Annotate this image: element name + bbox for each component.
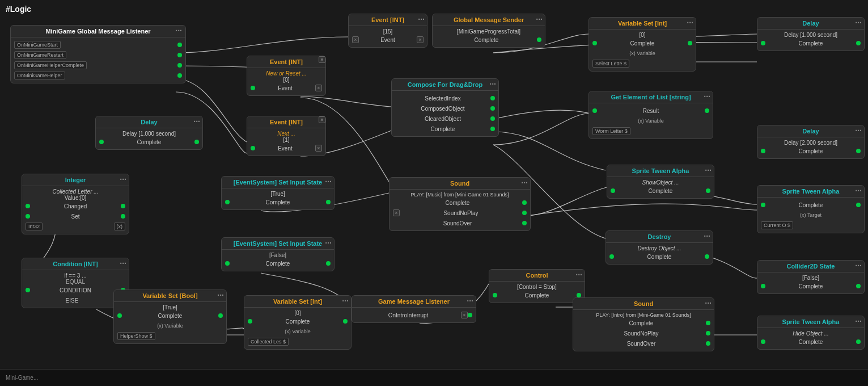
node-menu[interactable]: ··· bbox=[489, 80, 496, 88]
node-menu[interactable]: ··· bbox=[575, 271, 582, 279]
out-port bbox=[856, 339, 861, 344]
in-port bbox=[117, 313, 122, 318]
node-body: Collected Letter ... Value:[0] Changed S… bbox=[22, 186, 129, 234]
x-button[interactable]: × bbox=[315, 145, 322, 152]
var-box: Worm Letter $ bbox=[592, 127, 630, 135]
node-menu[interactable]: ··· bbox=[536, 15, 543, 23]
node-header: Get Element of List [string] ··· bbox=[589, 91, 713, 103]
event-int-top-node: Event [INT] ··· [15] × Event × bbox=[348, 14, 427, 48]
node-header: Variable Set [Int] ··· bbox=[244, 296, 351, 308]
node-menu[interactable]: ··· bbox=[120, 259, 126, 267]
out-port bbox=[468, 313, 472, 317]
set-input-state-true-node: [EventSystem] Set Input State ··· [True]… bbox=[221, 176, 335, 210]
port-label: Complete bbox=[765, 202, 856, 208]
node-header: Delay ··· bbox=[757, 125, 864, 137]
port-row: Complete bbox=[757, 337, 864, 347]
port-box: OnMiniGameRestart bbox=[14, 51, 66, 59]
node-sublabel: PLAY: [Music] from [Mini-Game 01 Sounds] bbox=[389, 192, 530, 198]
sound2-node: Sound ··· PLAY: [Intro] from [Mini-Game … bbox=[573, 297, 714, 351]
port-row: Current O $ bbox=[757, 220, 864, 230]
node-menu[interactable]: ··· bbox=[217, 291, 224, 299]
node-menu[interactable]: ··· bbox=[467, 297, 473, 305]
port-row: Complete bbox=[96, 137, 202, 147]
port-row: Complete bbox=[607, 186, 714, 196]
port-label: Complete bbox=[104, 139, 194, 145]
var-label: (x) Variable bbox=[248, 329, 348, 334]
in-port bbox=[611, 188, 615, 193]
node-sublabel: Hide Object ... bbox=[757, 330, 864, 337]
var-box: Select Lette $ bbox=[592, 60, 629, 68]
node-header: Compose For Drag&Drop ··· bbox=[392, 79, 498, 91]
var-label: (x) Variable bbox=[592, 51, 692, 56]
port-row: Complete bbox=[389, 198, 530, 208]
port-label: Complete bbox=[395, 126, 490, 132]
port-row: (x) Variable bbox=[114, 321, 226, 331]
x-button[interactable]: × bbox=[461, 312, 468, 318]
node-body: Hide Object ... Complete bbox=[757, 328, 864, 349]
destroy-node: Destroy ··· Destroy Object ... Complete bbox=[606, 230, 713, 265]
x-button[interactable]: × bbox=[315, 85, 322, 91]
port-row: Complete bbox=[757, 146, 864, 156]
var-label: (x) Target bbox=[761, 212, 861, 218]
node-menu[interactable]: ··· bbox=[855, 19, 862, 27]
sprite-tween-right-node: Sprite Tween Alpha ··· Complete (x) Targ… bbox=[757, 185, 865, 233]
x-button[interactable]: × bbox=[393, 209, 400, 216]
x-button[interactable]: × bbox=[352, 36, 359, 43]
port-label: SoundOver bbox=[577, 341, 706, 347]
node-header: Event [INT] ··· bbox=[349, 14, 427, 26]
node-menu[interactable]: ··· bbox=[175, 27, 182, 35]
node-menu[interactable]: ··· bbox=[705, 166, 712, 174]
node-header: Destroy ··· bbox=[606, 231, 713, 243]
port-row: OnIntroInterrupt × bbox=[352, 310, 476, 320]
node-body: Delay [2.000 second] Complete bbox=[757, 137, 864, 158]
node-header: Sprite Tween Alpha ··· bbox=[607, 165, 714, 177]
port-label: Complete bbox=[436, 37, 537, 43]
node-menu[interactable]: ··· bbox=[418, 15, 425, 23]
node-menu[interactable]: ··· bbox=[704, 93, 710, 100]
node-menu[interactable]: ··· bbox=[521, 179, 528, 187]
node-menu[interactable]: ··· bbox=[342, 297, 349, 305]
node-menu[interactable]: ··· bbox=[325, 178, 332, 186]
node-header: Sound ··· bbox=[389, 178, 530, 190]
node-sublabel: Delay [1.000 second] bbox=[96, 131, 202, 137]
node-menu[interactable]: ··· bbox=[855, 187, 862, 195]
port-label: Event bbox=[255, 145, 315, 152]
port-row: Select Lette $ bbox=[589, 58, 696, 69]
node-menu[interactable]: ··· bbox=[855, 317, 862, 325]
node-menu[interactable]: ··· bbox=[705, 299, 712, 307]
node-sublabel: if == 3 ... bbox=[22, 272, 129, 279]
var-box: Current O $ bbox=[761, 221, 793, 229]
node-body: [True] Complete bbox=[222, 188, 334, 209]
x-button[interactable]: × bbox=[417, 36, 424, 43]
node-body: [MiniGameProgressTotal] Complete bbox=[433, 26, 545, 47]
node-menu[interactable]: ··· bbox=[120, 175, 126, 183]
port-row: CONDITION bbox=[22, 285, 129, 295]
out-port bbox=[706, 341, 710, 346]
integer-node: Integer ··· Collected Letter ... Value:[… bbox=[22, 174, 129, 234]
out-port bbox=[177, 43, 182, 47]
node-menu[interactable]: ··· bbox=[855, 262, 862, 270]
port-row: Worm Letter $ bbox=[589, 126, 713, 136]
port-row: Complete bbox=[757, 200, 864, 210]
node-header: Game Message Listener ··· bbox=[352, 296, 476, 308]
out-port bbox=[343, 319, 348, 324]
in-port bbox=[26, 204, 30, 208]
out-port bbox=[177, 53, 182, 57]
in-port bbox=[493, 293, 497, 297]
node-menu[interactable]: ··· bbox=[855, 127, 862, 135]
node-menu[interactable]: ··· bbox=[325, 239, 332, 247]
port-row: ClearedObject bbox=[392, 114, 498, 124]
in-port bbox=[609, 254, 614, 259]
node-menu[interactable]: ··· bbox=[704, 232, 710, 240]
node-sublabel: Delay [2.000 second] bbox=[757, 140, 864, 146]
event-int-new-reset-node: Event [INT] × New or Reset ... [0] Event… bbox=[247, 56, 326, 96]
node-menu[interactable]: ··· bbox=[687, 19, 693, 27]
x-button[interactable]: × bbox=[319, 56, 325, 63]
delay-top-node: Delay ··· Delay [1.000 second] Complete bbox=[757, 17, 865, 51]
node-menu[interactable]: ··· bbox=[193, 118, 200, 125]
x-button[interactable]: × bbox=[319, 116, 325, 123]
in-port bbox=[225, 200, 230, 204]
var-box: Collected Les $ bbox=[248, 338, 289, 346]
port-row: SoundNoPlay bbox=[573, 328, 714, 338]
node-body: ShowObject ... Complete bbox=[607, 177, 714, 198]
